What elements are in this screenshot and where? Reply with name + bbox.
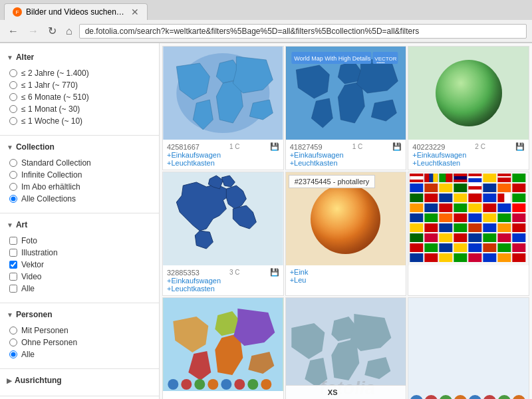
image-info-6 [163, 391, 283, 399]
svg-rect-20 [454, 174, 467, 176]
collection-filter-section: ▼ Collection Standard Collection Infinit… [0, 138, 159, 210]
art-arrow-icon: ▼ [7, 221, 13, 229]
image-cell-0[interactable]: 42581667 1 C 💾 +Einkaufswagen +Leuchtkas… [162, 46, 284, 170]
tab-close-button[interactable]: ✕ [131, 7, 139, 17]
forward-button[interactable]: → [25, 24, 41, 39]
image-cell-6[interactable] [162, 297, 284, 399]
divider-2 [0, 213, 159, 213]
age-label-1jahr: ≤ 1 Jahr (~ 770) [21, 80, 78, 90]
personen-radio-ohne[interactable] [9, 338, 17, 346]
image-cart-link-2[interactable]: +Einkaufswagen [412, 151, 525, 159]
image-cell-3[interactable]: 32885353 3 C 💾 +Einkaufswagen +Leuchtkas… [162, 172, 284, 296]
age-radio-2jahre[interactable] [9, 69, 17, 77]
collection-radio-alle[interactable] [9, 195, 17, 203]
svg-rect-40 [425, 194, 438, 202]
back-button[interactable]: ← [5, 24, 21, 39]
image-cell-7[interactable]: fotolia © fotolia LIZENZEN XS - XXL | V … [285, 297, 407, 399]
page: ▼ Alter ≤ 2 Jahre (~ 1.400) ≤ 1 Jahr (~ … [0, 43, 532, 399]
svg-rect-59 [454, 213, 467, 222]
age-option-1jahr[interactable]: ≤ 1 Jahr (~ 770) [7, 79, 152, 91]
age-option-1woche[interactable]: ≤ 1 Woche (~ 10) [7, 115, 152, 127]
personen-radio-mit[interactable] [9, 327, 17, 334]
image-cell-8[interactable] [408, 297, 529, 399]
svg-rect-78 [498, 233, 511, 242]
image-id-2: 40223229 [412, 143, 445, 151]
age-option-1monat[interactable]: ≤ 1 Monat (~ 30) [7, 103, 152, 115]
art-checkbox-alle[interactable] [9, 285, 17, 293]
image-cell-5[interactable] [408, 172, 529, 296]
art-option-video[interactable]: Video [7, 271, 152, 283]
age-radio-1woche[interactable] [9, 117, 17, 125]
collection-radio-standard[interactable] [9, 159, 17, 167]
collection-option-infinite[interactable]: Infinite Collection [7, 169, 152, 181]
age-section-header[interactable]: ▼ Alter [7, 53, 152, 62]
art-option-foto[interactable]: Foto [7, 235, 152, 247]
hover-popup-text: #23745445 - photallery [295, 178, 370, 186]
image-placeholder-1: World Map With High Details VECTOR •••••… [286, 47, 406, 140]
svg-point-113 [483, 395, 497, 399]
svg-rect-72 [410, 233, 424, 242]
art-option-vektor[interactable]: Vektor [7, 259, 152, 271]
flags-svg [408, 172, 529, 265]
art-checkbox-illustration[interactable] [9, 249, 17, 257]
age-radio-1jahr[interactable] [9, 81, 17, 89]
image-lightbox-link-1[interactable]: +Leuchtkasten [290, 159, 402, 167]
art-section-header[interactable]: ▼ Art [7, 220, 152, 229]
image-cart-link-0[interactable]: +Einkaufswagen [167, 151, 279, 159]
image-lightbox-link-4[interactable]: +Leu [290, 276, 402, 284]
age-option-2jahre[interactable]: ≤ 2 Jahre (~ 1.400) [7, 67, 152, 79]
divider-3 [0, 303, 159, 303]
home-button[interactable]: ⌂ [63, 24, 75, 39]
reload-button[interactable]: ↻ [45, 23, 59, 39]
svg-rect-84 [469, 243, 482, 252]
svg-rect-85 [483, 243, 497, 252]
collection-option-abo[interactable]: Im Abo erhältlich [7, 181, 152, 193]
svg-rect-38 [513, 184, 526, 192]
ausrichtung-section-header[interactable]: ▶ Ausrichtung [7, 376, 152, 385]
age-label-6monate: ≤ 6 Monate (~ 510) [21, 92, 89, 102]
image-cart-link-4[interactable]: +Eink [290, 268, 402, 276]
ausrichtung-arrow-icon: ▶ [7, 377, 12, 384]
art-option-illustration[interactable]: Illustration [7, 247, 152, 259]
image-cell-1[interactable]: World Map With High Details VECTOR •••••… [285, 46, 407, 170]
age-radio-1monat[interactable] [9, 105, 17, 113]
art-checkbox-foto[interactable] [9, 237, 17, 245]
collection-radio-abo[interactable] [9, 183, 17, 191]
image-cart-link-3[interactable]: +Einkaufswagen [167, 277, 279, 285]
image-lightbox-link-0[interactable]: +Leuchtkasten [167, 159, 279, 167]
svg-rect-44 [483, 194, 497, 202]
globe-icons-row-svg [408, 388, 529, 399]
image-cell-2[interactable]: 40223229 2 C 💾 +Einkaufswagen +Leuchtkas… [408, 46, 529, 170]
art-checkbox-video[interactable] [9, 273, 17, 281]
divider-4 [0, 368, 159, 369]
svg-rect-41 [440, 194, 453, 202]
svg-rect-43 [469, 194, 482, 202]
image-lightbox-link-3[interactable]: +Leuchtkasten [167, 285, 279, 293]
active-tab[interactable]: F Bilder und Videos suchen… ✕ [4, 3, 148, 20]
svg-rect-34 [469, 184, 482, 186]
image-cell-4[interactable]: #23745445 - photallery +Eink +Leu [285, 172, 407, 296]
svg-rect-87 [513, 243, 526, 252]
age-radio-6monate[interactable] [9, 93, 17, 101]
art-checkbox-vektor[interactable] [9, 261, 17, 269]
collection-option-alle[interactable]: Alle Collections [7, 193, 152, 205]
svg-rect-36 [483, 184, 497, 192]
collection-radio-infinite[interactable] [9, 171, 17, 179]
art-option-alle[interactable]: Alle [7, 283, 152, 295]
svg-rect-46 [505, 194, 511, 202]
personen-option-mit[interactable]: Mit Personen [7, 325, 152, 336]
personen-section-header[interactable]: ▼ Personen [7, 310, 152, 319]
image-cart-link-1[interactable]: +Einkaufswagen [290, 151, 402, 159]
svg-rect-55 [513, 203, 526, 212]
svg-point-112 [469, 395, 482, 399]
address-bar[interactable] [79, 24, 527, 39]
svg-rect-92 [469, 253, 482, 262]
image-lightbox-link-2[interactable]: +Leuchtkasten [412, 159, 525, 167]
age-option-6monate[interactable]: ≤ 6 Monate (~ 510) [7, 91, 152, 103]
personen-option-alle[interactable]: Alle [7, 348, 152, 360]
personen-radio-alle[interactable] [9, 350, 17, 358]
personen-option-ohne[interactable]: Ohne Personen [7, 336, 152, 348]
collection-section-header[interactable]: ▼ Collection [7, 142, 152, 152]
svg-rect-83 [454, 243, 467, 252]
collection-option-standard[interactable]: Standard Collection [7, 157, 152, 169]
